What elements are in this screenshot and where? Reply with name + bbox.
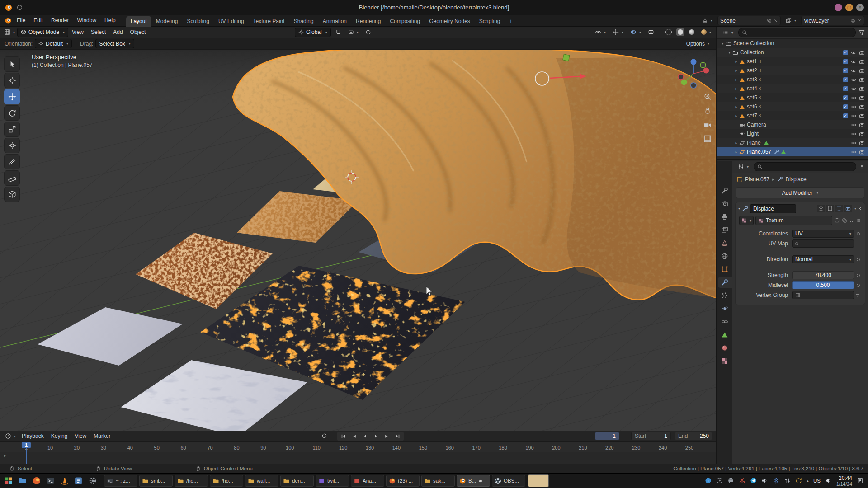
exclude-checkbox[interactable]: ✓ (841, 113, 849, 119)
mode-dropdown[interactable]: Object Mode▾ (17, 28, 68, 37)
launcher-file-manager[interactable] (17, 475, 28, 487)
menu-render[interactable]: Render (47, 15, 73, 26)
play-rev-button[interactable] (360, 432, 370, 441)
outliner-row-collection[interactable]: ▾ Collection ✓ (717, 48, 868, 57)
animate-decorator[interactable] (854, 284, 862, 287)
outliner-search-input[interactable] (738, 28, 856, 37)
disable-render-toggle[interactable] (858, 68, 866, 74)
close-modifier-icon[interactable] (857, 206, 862, 211)
modifier-extras-dropdown[interactable]: ▾ (854, 206, 856, 211)
launcher-terminal[interactable] (45, 475, 57, 487)
tab-rendering[interactable]: Rendering (351, 16, 385, 27)
tray-media-icon[interactable] (716, 477, 723, 484)
overlays-dropdown[interactable]: ▾ (628, 28, 643, 36)
delete-viewlayer-icon[interactable] (857, 19, 862, 23)
disclosure-icon[interactable]: ▸ (733, 60, 739, 64)
prev-key-button[interactable] (349, 432, 359, 441)
tool-annotate[interactable] (4, 154, 20, 169)
delete-scene-icon[interactable] (774, 19, 778, 23)
xray-toggle[interactable] (646, 28, 656, 36)
exclude-checkbox[interactable]: ✓ (841, 95, 849, 101)
modifier-name-input[interactable]: Displace (750, 204, 796, 213)
3d-viewport[interactable]: ▾ Object Mode▾ ViewSelectAddObject Globa… (0, 27, 717, 431)
tab-shading[interactable]: Shading (289, 16, 318, 27)
properties-tab-world[interactable] (718, 251, 732, 262)
tray-printer-icon[interactable] (727, 477, 734, 484)
next-key-button[interactable] (382, 432, 392, 441)
outliner-editor-type-button[interactable]: ▾ (720, 28, 736, 37)
panel-expand-icon[interactable]: ▾ (738, 206, 740, 211)
task-button-10[interactable]: B... (457, 475, 490, 487)
frame-start-field[interactable]: Start1 (631, 432, 671, 440)
tray-network-icon[interactable] (784, 477, 791, 484)
tray-updates-icon[interactable] (795, 477, 802, 484)
task-button-6[interactable]: twil... (316, 475, 349, 487)
nav-x-positive[interactable] (703, 68, 709, 74)
hide-viewport-toggle[interactable] (849, 86, 858, 92)
properties-tab-output[interactable] (718, 211, 732, 222)
task-button-3[interactable]: /ho... (210, 475, 243, 487)
pin-icon[interactable] (859, 164, 865, 170)
outliner-row-set1[interactable]: ▸ set1 8 ✓ (717, 57, 868, 66)
hide-viewport-toggle[interactable] (849, 113, 858, 119)
snap-toggle[interactable] (333, 28, 344, 36)
snap-target-dropdown[interactable]: ▾ (346, 28, 361, 36)
timeline-menu-keying[interactable]: Keying (47, 431, 71, 441)
exclude-checkbox[interactable]: ✓ (841, 77, 849, 83)
properties-tab-tool[interactable] (718, 185, 732, 196)
new-viewlayer-icon[interactable] (850, 18, 855, 23)
tab-scripting[interactable]: Scripting (475, 16, 505, 27)
task-button-7[interactable]: Ana... (351, 475, 384, 487)
disable-render-toggle[interactable] (858, 77, 866, 83)
breadcrumb-object[interactable]: Plane.057 (745, 176, 769, 183)
tool-transform[interactable] (4, 138, 20, 153)
disclosure-icon[interactable]: ▾ (720, 42, 726, 46)
disclosure-icon[interactable]: ▸ (733, 69, 739, 73)
auto-key-toggle[interactable] (319, 432, 330, 440)
exclude-checkbox[interactable]: ✓ (841, 59, 849, 65)
properties-tab-modifiers[interactable] (718, 277, 732, 288)
midlevel-slider[interactable]: 0.500 (792, 281, 854, 289)
frame-end-field[interactable]: End250 (675, 432, 712, 440)
tab-modeling[interactable]: Modeling (151, 16, 183, 27)
tab-geometry-nodes[interactable]: Geometry Nodes (425, 16, 475, 27)
properties-tab-render[interactable] (718, 198, 732, 209)
tool-add-cube[interactable] (4, 187, 20, 202)
add-workspace-button[interactable]: + (505, 16, 517, 27)
unlink-texture-icon[interactable] (849, 218, 854, 223)
menu-edit[interactable]: Edit (29, 15, 47, 26)
nav-z-positive[interactable] (691, 59, 697, 65)
transform-orientation-dropdown[interactable]: Global▾ (295, 28, 331, 37)
launcher-text-editor[interactable] (73, 475, 85, 487)
task-button-9[interactable]: sak... (421, 475, 455, 487)
disclosure-icon[interactable]: ▾ (726, 51, 732, 55)
viewport-menu-add[interactable]: Add (109, 27, 126, 38)
disable-render-toggle[interactable] (858, 131, 866, 137)
task-button-5[interactable]: den... (280, 475, 314, 487)
disable-render-toggle[interactable] (858, 149, 866, 155)
new-scene-icon[interactable] (767, 18, 772, 23)
nav-x-negative[interactable] (678, 74, 684, 80)
tool-measure[interactable] (4, 170, 20, 186)
outliner-row-plane[interactable]: ▸ Plane (717, 138, 868, 147)
viewport-menu-select[interactable]: Select (87, 27, 109, 38)
outliner-row-light[interactable]: Light (717, 129, 868, 138)
drag-setting-dropdown[interactable]: Select Box▾ (95, 39, 134, 48)
exclude-checkbox[interactable]: ✓ (841, 86, 849, 92)
color-picker-window[interactable] (528, 474, 549, 487)
properties-tab-material[interactable] (718, 343, 732, 353)
keyboard-layout[interactable]: US (813, 478, 821, 483)
copy-texture-icon[interactable] (842, 218, 847, 223)
clock[interactable]: 20:44 1/14/24 (836, 475, 852, 487)
notes-icon[interactable] (857, 477, 863, 484)
play-button[interactable] (371, 432, 381, 441)
exclude-checkbox[interactable]: ✓ (841, 104, 849, 110)
properties-tab-view-layer[interactable] (718, 225, 732, 235)
disclosure-icon[interactable]: ▸ (733, 150, 739, 154)
disable-render-toggle[interactable] (858, 113, 866, 119)
fake-user-icon[interactable] (834, 218, 840, 224)
tool-scale[interactable] (4, 122, 20, 137)
task-button-2[interactable]: /ho... (175, 475, 208, 487)
filter-icon[interactable] (859, 29, 865, 36)
viewport-canvas[interactable] (0, 50, 716, 431)
